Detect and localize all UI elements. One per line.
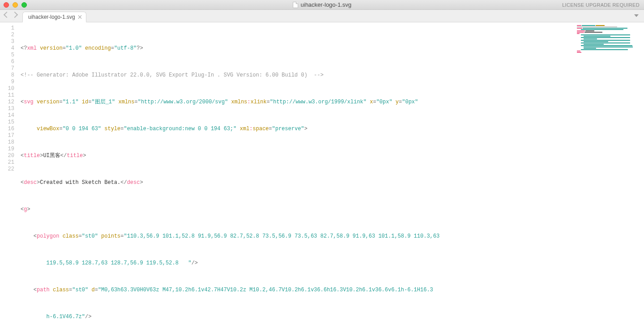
code-line: <svg version="1.1" id="图层_1" xmlns="http… xyxy=(21,99,577,106)
code-line: viewBox="0 0 194 63" style="enable-backg… xyxy=(21,126,577,132)
tab-bar: uihacker-logo-1.svg xyxy=(0,10,644,22)
close-tab-icon[interactable] xyxy=(78,15,82,19)
line-number: 21 xyxy=(0,159,14,166)
window-filename: uihacker-logo-1.svg xyxy=(301,1,351,8)
line-number: 9 xyxy=(0,79,14,85)
line-number: 1 xyxy=(0,25,14,32)
editor: 1 2 3 4 5 6 7 8 9 10 11 12 13 14 15 16 1… xyxy=(0,22,644,328)
line-number: 18 xyxy=(0,139,14,146)
line-number: 12 xyxy=(0,99,14,106)
line-number: 6 xyxy=(0,59,14,65)
code-line: <polygon class="st0" points="110.3,56.9 … xyxy=(21,233,577,240)
close-window-button[interactable] xyxy=(4,2,9,8)
line-number: 11 xyxy=(0,92,14,99)
window-title: uihacker-logo-1.svg xyxy=(293,1,351,8)
code-line: 119.5,58.9 128.7,63 128.7,56.9 119.5,52.… xyxy=(21,260,577,267)
line-number: 3 xyxy=(0,38,14,45)
line-number: 5 xyxy=(0,52,14,59)
code-line: <title>UI黑客</title> xyxy=(21,153,577,159)
line-number: 14 xyxy=(0,112,14,119)
code-line: <g> xyxy=(21,206,577,213)
code-area[interactable]: <?xml version="1.0" encoding="utf-8"?> <… xyxy=(18,22,577,328)
code-line: <!-- Generator: Adobe Illustrator 22.0.0… xyxy=(21,72,577,79)
tab-label: uihacker-logo-1.svg xyxy=(28,14,75,20)
license-notice[interactable]: LICENSE UPGRADE REQUIRED xyxy=(562,2,640,8)
code-line: h-6.1V46.7z"/> xyxy=(21,314,577,320)
code-line: <path class="st0" d="M0,63h63.3V0H0V63z … xyxy=(21,287,577,294)
minimap[interactable] xyxy=(577,22,644,328)
code-line: <desc>Created with Sketch Beta.</desc> xyxy=(21,179,577,186)
line-number: 7 xyxy=(0,65,14,72)
back-button[interactable] xyxy=(4,12,10,18)
forward-button[interactable] xyxy=(12,12,18,18)
line-number: 8 xyxy=(0,72,14,79)
window-controls xyxy=(4,2,27,8)
line-number: 22 xyxy=(0,166,14,173)
titlebar: uihacker-logo-1.svg LICENSE UPGRADE REQU… xyxy=(0,0,644,10)
line-number: 2 xyxy=(0,32,14,38)
line-number: 4 xyxy=(0,45,14,52)
line-number: 16 xyxy=(0,126,14,132)
tab-menu-icon[interactable] xyxy=(634,14,639,17)
line-number: 13 xyxy=(0,106,14,112)
line-number: 19 xyxy=(0,146,14,153)
minimize-window-button[interactable] xyxy=(13,2,18,8)
file-tab[interactable]: uihacker-logo-1.svg xyxy=(22,12,86,22)
code-line: <?xml version="1.0" encoding="utf-8"?> xyxy=(21,45,577,52)
document-icon xyxy=(293,2,298,8)
zoom-window-button[interactable] xyxy=(21,2,27,8)
line-number: 17 xyxy=(0,132,14,139)
history-nav xyxy=(4,13,17,17)
line-number: 15 xyxy=(0,119,14,126)
line-number: 10 xyxy=(0,85,14,92)
line-gutter: 1 2 3 4 5 6 7 8 9 10 11 12 13 14 15 16 1… xyxy=(0,22,18,328)
line-number: 20 xyxy=(0,153,14,159)
